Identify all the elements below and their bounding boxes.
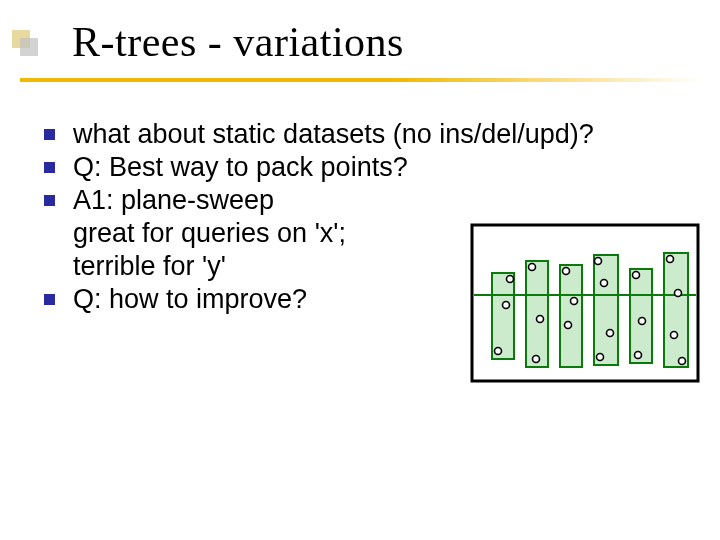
svg-rect-5 bbox=[560, 265, 582, 367]
svg-rect-4 bbox=[526, 261, 548, 367]
svg-point-25 bbox=[635, 352, 642, 359]
plane-sweep-diagram bbox=[470, 223, 700, 383]
svg-point-15 bbox=[533, 356, 540, 363]
bullet-text: what about static datasets (no ins/del/u… bbox=[73, 118, 684, 151]
svg-point-24 bbox=[639, 318, 646, 325]
svg-point-29 bbox=[679, 358, 686, 365]
bullet-item: what about static datasets (no ins/del/u… bbox=[44, 118, 684, 151]
svg-point-11 bbox=[503, 302, 510, 309]
svg-point-14 bbox=[537, 316, 544, 323]
svg-point-17 bbox=[565, 322, 572, 329]
svg-point-23 bbox=[633, 272, 640, 279]
bullet-item: Q: Best way to pack points? bbox=[44, 151, 684, 184]
bullet-icon bbox=[44, 129, 55, 140]
svg-point-10 bbox=[495, 348, 502, 355]
bullet-icon bbox=[44, 195, 55, 206]
svg-rect-8 bbox=[664, 253, 688, 367]
svg-point-12 bbox=[507, 276, 514, 283]
svg-point-28 bbox=[671, 332, 678, 339]
svg-rect-6 bbox=[594, 255, 618, 365]
svg-rect-7 bbox=[630, 269, 652, 363]
svg-point-27 bbox=[675, 290, 682, 297]
bullet-text: Q: Best way to pack points? bbox=[73, 151, 684, 184]
slide-title: R-trees - variations bbox=[72, 18, 404, 66]
svg-point-19 bbox=[595, 258, 602, 265]
title-underline bbox=[20, 78, 700, 82]
svg-rect-1 bbox=[20, 38, 38, 56]
svg-rect-3 bbox=[492, 273, 514, 359]
svg-point-22 bbox=[597, 354, 604, 361]
svg-point-20 bbox=[601, 280, 608, 287]
bullet-item: A1: plane-sweep bbox=[44, 184, 684, 217]
bullet-icon bbox=[44, 294, 55, 305]
svg-point-21 bbox=[607, 330, 614, 337]
bullet-icon bbox=[44, 162, 55, 173]
slide: R-trees - variations what about static d… bbox=[0, 0, 720, 540]
bullet-text: A1: plane-sweep bbox=[73, 184, 684, 217]
svg-point-13 bbox=[529, 264, 536, 271]
svg-point-26 bbox=[667, 256, 674, 263]
svg-point-16 bbox=[563, 268, 570, 275]
svg-point-18 bbox=[571, 298, 578, 305]
corner-decoration-icon bbox=[10, 28, 42, 60]
